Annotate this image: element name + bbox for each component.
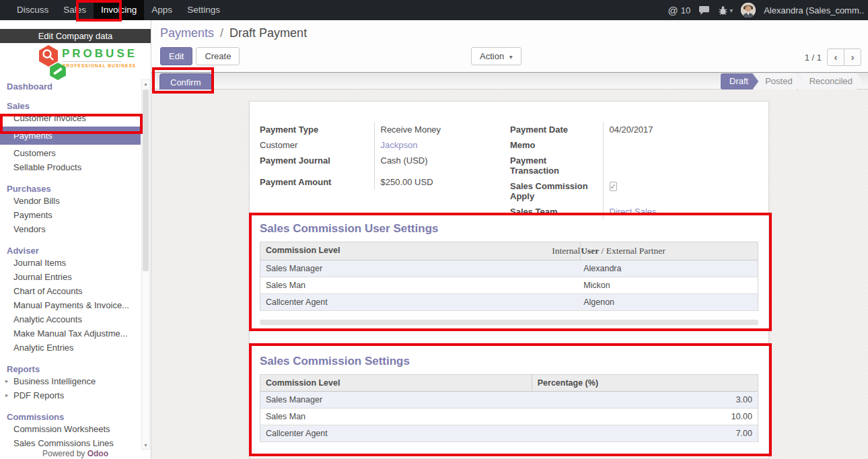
cell-user: Algenon (580, 294, 758, 310)
record-pager: 1 / 1 ‹ › (805, 48, 861, 66)
sidebar-item-commission-worksheets[interactable]: Commission Worksheets (0, 422, 141, 436)
sidebar-header-sales[interactable]: Sales (0, 101, 141, 111)
table-row[interactable]: Sales Manager 3.00 (260, 392, 758, 409)
sidebar-item-business-intelligence[interactable]: ▸Business Intelligence (0, 374, 141, 388)
main-content: Payment Type Receive Money Customer Jack… (151, 90, 868, 459)
column-header-user-external-partner[interactable]: User / External Partner (580, 242, 758, 260)
menu-apps[interactable]: Apps (144, 0, 180, 20)
field-sales-team: Sales Team Direct Sales (510, 204, 721, 219)
sidebar-item-journal-entries[interactable]: Journal Entries (0, 270, 141, 284)
user-menu[interactable]: Alexandra (Sales_comm.. (764, 5, 864, 15)
sidebar-item-label: PDF Reports (13, 390, 64, 400)
breadcrumb: Payments / Draft Payment (160, 26, 307, 40)
cell-commission-level: Sales Manager (260, 392, 532, 408)
status-step-draft[interactable]: Draft (721, 73, 758, 90)
left-sidebar: Edit Company data PROBUSE PROFESSIONAL B… (0, 20, 151, 459)
status-step-posted[interactable]: Posted (754, 73, 802, 90)
sidebar-item-journal-items[interactable]: Journal Items (0, 256, 141, 270)
breadcrumb-payments-link[interactable]: Payments (160, 26, 214, 40)
debug-bug-icon[interactable]: ▾ (718, 5, 733, 15)
column-header-commission-level[interactable]: Commission Level (260, 375, 532, 391)
table-row[interactable]: Sales Man Mickon (260, 277, 758, 294)
sidebar-item-chart-of-accounts[interactable]: Chart of Accounts (0, 284, 141, 298)
scroll-up-icon[interactable]: ▲ (142, 81, 149, 86)
sidebar-item-payments-purchases[interactable]: Payments (0, 208, 141, 222)
section-title: Sales Commission Settings (260, 354, 758, 368)
breadcrumb-separator: / (217, 26, 226, 40)
cell-user: Mickon (580, 277, 758, 293)
sales-commission-apply-checkbox[interactable]: ✓ (610, 182, 617, 191)
pager-previous-button[interactable]: ‹ (827, 48, 844, 66)
column-header-commission-level[interactable]: Commission Level (266, 246, 340, 256)
status-step-reconciled[interactable]: Reconciled (798, 73, 863, 90)
sidebar-item-analytic-entries[interactable]: Analytic Entries (0, 341, 141, 355)
sidebar-header-commissions[interactable]: Commissions (0, 412, 141, 422)
field-label: Payment Journal (260, 153, 374, 168)
menu-sales[interactable]: Sales (56, 0, 94, 20)
menu-settings[interactable]: Settings (180, 0, 227, 20)
sidebar-item-payments[interactable]: Payments (0, 127, 141, 145)
sidebar-item-analytic-accounts[interactable]: Analytic Accounts (0, 312, 141, 326)
sidebar-scrollbar[interactable]: ▲ ▼ (141, 79, 150, 450)
cell-percentage: 7.00 (532, 425, 758, 442)
menu-discuss[interactable]: Discuss (9, 0, 56, 20)
mentions-counter[interactable]: @ 10 (667, 5, 690, 16)
sidebar-header-dashboard[interactable]: Dashboard (0, 81, 141, 92)
edit-company-data-button[interactable]: Edit Company data (0, 29, 151, 43)
field-value: 04/20/2017 (603, 122, 721, 137)
cell-commission-level: Sales Man (260, 277, 580, 293)
table-row[interactable]: Sales Man 10.00 (260, 409, 758, 425)
commission-settings-section: Sales Commission Settings Commission Lev… (260, 354, 758, 459)
create-button[interactable]: Create (196, 47, 240, 65)
powered-by-text: Powered by (42, 449, 85, 458)
table-horizontal-scrollbar[interactable] (260, 320, 758, 325)
sidebar-header-purchases[interactable]: Purchases (0, 184, 141, 194)
table-row[interactable]: Callcenter Agent Algenon (260, 294, 758, 311)
sidebar-item-sales-commissions-lines[interactable]: Sales Commissions Lines (0, 436, 141, 448)
table-header-row: Commission Level Percentage (%) (260, 375, 758, 392)
field-payment-transaction: Payment Transaction (510, 153, 721, 178)
action-dropdown-button[interactable]: Action ▾ (471, 47, 521, 65)
expand-arrow-icon[interactable]: ▸ (5, 374, 9, 388)
action-label: Action (480, 51, 504, 61)
section-title: Sales Commission User Settings (260, 221, 758, 236)
table-header-row: Commission Level Internal User / Externa… (260, 242, 758, 260)
sales-team-link[interactable]: Direct Sales (603, 204, 721, 219)
sidebar-header-reports[interactable]: Reports (0, 364, 141, 374)
edit-button[interactable]: Edit (160, 47, 192, 65)
odoo-brand[interactable]: Odoo (87, 449, 108, 458)
customer-link[interactable]: Jackpson (374, 137, 492, 153)
pager-next-button[interactable]: › (844, 48, 861, 66)
field-label: Memo (510, 137, 603, 153)
brand-tagline: PROFESSIONAL BUSINESS (63, 63, 136, 68)
sidebar-item-pdf-reports[interactable]: ▸PDF Reports (0, 388, 141, 402)
scrollbar-thumb[interactable] (143, 90, 149, 271)
sidebar-item-customer-invoices[interactable]: Customer Invoices (0, 111, 141, 125)
statusbar: Confirm Draft Posted Reconciled (151, 72, 868, 90)
table-row[interactable]: Callcenter Agent 7.00 (260, 425, 758, 442)
menu-invoicing[interactable]: Invoicing (94, 0, 144, 20)
field-payment-type: Payment Type Receive Money (260, 122, 492, 137)
sidebar-item-manual-tax-adjustments[interactable]: Make Manual Tax Adjustme... (0, 326, 141, 341)
sidebar-item-customers[interactable]: Customers (0, 146, 141, 160)
cell-commission-level: Sales Manager (260, 260, 580, 277)
field-value: Receive Money (374, 122, 492, 137)
expand-arrow-icon[interactable]: ▸ (5, 388, 9, 402)
column-header-percentage[interactable]: Percentage (%) (532, 375, 758, 391)
debug-caret-icon: ▾ (729, 7, 733, 14)
scroll-down-icon[interactable]: ▼ (142, 443, 149, 448)
user-avatar[interactable] (741, 3, 756, 17)
sidebar-item-sellable-products[interactable]: Sellable Products (0, 160, 141, 174)
table-row[interactable]: Sales Manager Alexandra (260, 260, 758, 277)
cell-user: Alexandra (580, 260, 758, 277)
field-memo: Memo (510, 137, 721, 153)
at-icon: @ (667, 5, 678, 16)
sidebar-header-adviser[interactable]: Adviser (0, 246, 141, 256)
field-payment-amount: Payment Amount $250.00 USD (260, 168, 492, 190)
sidebar-item-vendor-bills[interactable]: Vendor Bills (0, 194, 141, 208)
sidebar-item-manual-payments[interactable]: Manual Payments & Invoice... (0, 298, 141, 312)
confirm-button[interactable]: Confirm (159, 73, 212, 92)
chat-bubble-icon[interactable] (698, 5, 710, 15)
caret-down-icon: ▾ (509, 53, 513, 61)
sidebar-item-vendors[interactable]: Vendors (0, 222, 141, 236)
